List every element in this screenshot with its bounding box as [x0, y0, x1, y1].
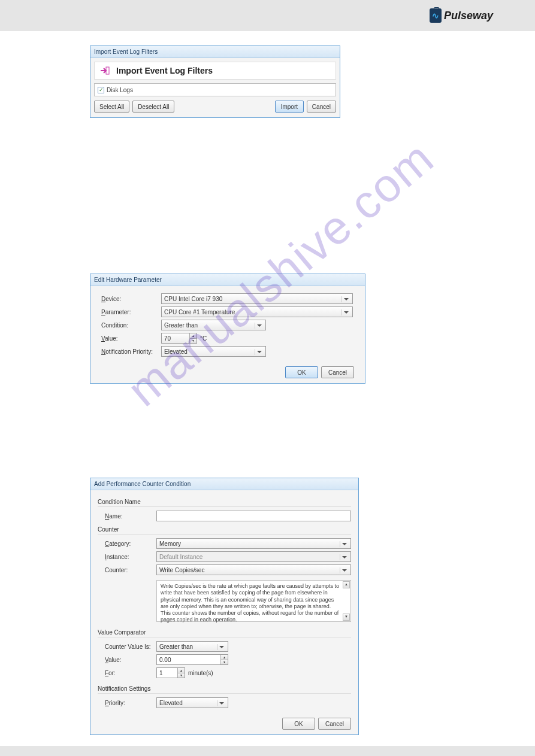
value-label: Value: [105, 657, 156, 663]
disk-logs-checkbox[interactable] [98, 87, 104, 93]
spinner-buttons-icon[interactable]: ▲▼ [189, 333, 197, 343]
chevron-down-icon [340, 541, 349, 547]
spinner-buttons-icon[interactable]: ▲▼ [177, 668, 185, 678]
counter-value-is-label: Counter Value Is: [105, 643, 156, 650]
priority-dropdown[interactable]: Elevated [156, 697, 228, 708]
import-button[interactable]: Import [275, 101, 304, 113]
comparator-value: Greater than [159, 643, 193, 650]
cancel-button[interactable]: Cancel [307, 101, 336, 113]
chevron-down-icon [341, 309, 350, 315]
condition-value: Greater than [164, 322, 198, 329]
value-label: Value: [101, 335, 161, 342]
phone-pulse-icon: ∿ [430, 8, 442, 23]
category-value: Memory [159, 541, 181, 547]
add-performance-counter-dialog: Add Performance Counter Condition Condit… [90, 478, 359, 735]
value-unit: °C [200, 335, 207, 342]
chevron-down-icon [340, 567, 349, 573]
for-number: 1 [159, 670, 163, 676]
counter-value: Write Copies/sec [159, 567, 204, 573]
select-all-button[interactable]: Select All [94, 101, 129, 113]
import-event-log-filters-dialog: Import Event Log Filters Import Event Lo… [90, 45, 340, 118]
instance-label: Instance: [105, 554, 156, 560]
name-label: Name: [105, 513, 156, 520]
chevron-down-icon [340, 554, 349, 560]
filter-item-label: Disk Logs [107, 87, 133, 93]
edit-hardware-parameter-dialog: Edit Hardware Parameter Device: CPU Inte… [90, 274, 365, 384]
header-bar: ∿ Pulseway [0, 0, 535, 31]
instance-value: Default Instance [159, 554, 202, 560]
value-number: 0.00 [159, 657, 171, 663]
section-value-comparator: Value Comparator [98, 629, 351, 637]
value-spinner[interactable]: 70 ▲▼ [161, 333, 197, 344]
priority-dropdown[interactable]: Elevated [161, 346, 266, 357]
device-label: Device: [101, 296, 161, 302]
counter-label: Counter: [105, 567, 156, 573]
priority-label: Notification Priority: [101, 348, 161, 355]
counter-description: Write Copies/sec is the rate at which pa… [156, 580, 351, 622]
cancel-button[interactable]: Cancel [321, 366, 354, 378]
condition-label: Condition: [101, 322, 161, 329]
scroll-down-icon[interactable]: ▼ [343, 614, 350, 621]
chevron-down-icon [217, 644, 226, 650]
spinner-buttons-icon[interactable]: ▲▼ [220, 655, 228, 664]
heading-text: Import Event Log Filters [116, 66, 213, 75]
import-arrow-icon [99, 65, 110, 76]
scroll-up-icon[interactable]: ▲ [343, 581, 350, 588]
priority-value: Elevated [164, 348, 188, 355]
priority-label: Priority: [105, 700, 156, 706]
parameter-label: Parameter: [101, 309, 161, 315]
dialog-title: Import Event Log Filters [90, 46, 340, 58]
chevron-down-icon [255, 323, 264, 329]
dialog-title: Add Performance Counter Condition [90, 478, 358, 490]
deselect-all-button[interactable]: Deselect All [132, 101, 174, 113]
for-unit: minute(s) [188, 670, 213, 676]
for-spinner[interactable]: 1 ▲▼ [156, 667, 185, 678]
brand-logo: ∿ Pulseway [430, 8, 493, 23]
comparator-dropdown[interactable]: Greater than [156, 641, 228, 652]
cancel-button[interactable]: Cancel [318, 718, 351, 730]
counter-dropdown[interactable]: Write Copies/sec [156, 564, 351, 575]
brand-name: Pulseway [444, 10, 493, 22]
description-text: Write Copies/sec is the rate at which pa… [161, 583, 339, 623]
section-notification-settings: Notification Settings [98, 685, 351, 694]
section-condition-name: Condition Name [98, 499, 351, 507]
for-label: For: [105, 670, 156, 676]
filter-list: Disk Logs [94, 83, 336, 96]
value-spinner[interactable]: 0.00 ▲▼ [156, 654, 228, 665]
condition-dropdown[interactable]: Greater than [161, 320, 266, 330]
dialog-title: Edit Hardware Parameter [90, 274, 365, 286]
device-value: CPU Intel Core i7 930 [164, 296, 222, 302]
name-input[interactable] [156, 511, 351, 521]
category-dropdown[interactable]: Memory [156, 538, 351, 549]
chevron-down-icon [341, 296, 350, 302]
priority-value: Elevated [159, 700, 183, 706]
category-label: Category: [105, 541, 156, 547]
chevron-down-icon [255, 349, 264, 355]
parameter-dropdown[interactable]: CPU Core #1 Temperature [161, 306, 353, 317]
section-counter: Counter [98, 526, 351, 535]
parameter-value: CPU Core #1 Temperature [164, 309, 235, 315]
value-number: 70 [164, 335, 171, 342]
footer-bar [0, 746, 535, 756]
ok-button[interactable]: OK [285, 366, 318, 378]
device-dropdown[interactable]: CPU Intel Core i7 930 [161, 293, 353, 304]
chevron-down-icon [217, 700, 226, 706]
dialog-heading: Import Event Log Filters [94, 62, 336, 80]
instance-dropdown: Default Instance [156, 551, 351, 562]
ok-button[interactable]: OK [282, 718, 315, 730]
